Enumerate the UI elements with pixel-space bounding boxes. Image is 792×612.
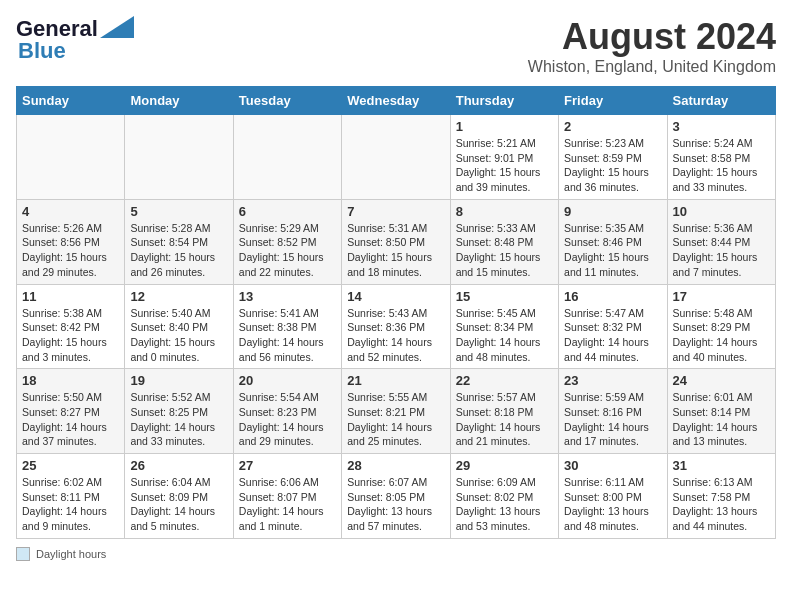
day-number: 12 <box>130 289 227 304</box>
day-number: 21 <box>347 373 444 388</box>
calendar-cell: 30Sunrise: 6:11 AMSunset: 8:00 PMDayligh… <box>559 454 667 539</box>
calendar-cell: 8Sunrise: 5:33 AMSunset: 8:48 PMDaylight… <box>450 199 558 284</box>
day-info: Sunrise: 5:52 AMSunset: 8:25 PMDaylight:… <box>130 390 227 449</box>
location-subtitle: Whiston, England, United Kingdom <box>528 58 776 76</box>
day-info: Sunrise: 5:24 AMSunset: 8:58 PMDaylight:… <box>673 136 770 195</box>
day-number: 13 <box>239 289 336 304</box>
header-sunday: Sunday <box>17 87 125 115</box>
header-saturday: Saturday <box>667 87 775 115</box>
calendar-cell: 20Sunrise: 5:54 AMSunset: 8:23 PMDayligh… <box>233 369 341 454</box>
day-number: 29 <box>456 458 553 473</box>
logo-blue: Blue <box>18 38 66 64</box>
day-number: 18 <box>22 373 119 388</box>
day-number: 9 <box>564 204 661 219</box>
day-info: Sunrise: 5:33 AMSunset: 8:48 PMDaylight:… <box>456 221 553 280</box>
day-number: 17 <box>673 289 770 304</box>
day-info: Sunrise: 5:57 AMSunset: 8:18 PMDaylight:… <box>456 390 553 449</box>
svg-marker-0 <box>100 16 134 38</box>
calendar-cell: 27Sunrise: 6:06 AMSunset: 8:07 PMDayligh… <box>233 454 341 539</box>
day-number: 11 <box>22 289 119 304</box>
day-number: 23 <box>564 373 661 388</box>
calendar-header-row: SundayMondayTuesdayWednesdayThursdayFrid… <box>17 87 776 115</box>
footer: Daylight hours <box>16 547 776 561</box>
day-number: 14 <box>347 289 444 304</box>
calendar-cell: 31Sunrise: 6:13 AMSunset: 7:58 PMDayligh… <box>667 454 775 539</box>
calendar-cell: 5Sunrise: 5:28 AMSunset: 8:54 PMDaylight… <box>125 199 233 284</box>
calendar-cell: 19Sunrise: 5:52 AMSunset: 8:25 PMDayligh… <box>125 369 233 454</box>
daylight-legend-box <box>16 547 30 561</box>
calendar-cell: 11Sunrise: 5:38 AMSunset: 8:42 PMDayligh… <box>17 284 125 369</box>
calendar-week-2: 4Sunrise: 5:26 AMSunset: 8:56 PMDaylight… <box>17 199 776 284</box>
logo-triangle-icon <box>100 16 134 38</box>
day-info: Sunrise: 6:13 AMSunset: 7:58 PMDaylight:… <box>673 475 770 534</box>
day-info: Sunrise: 5:47 AMSunset: 8:32 PMDaylight:… <box>564 306 661 365</box>
calendar-cell: 21Sunrise: 5:55 AMSunset: 8:21 PMDayligh… <box>342 369 450 454</box>
calendar-cell: 2Sunrise: 5:23 AMSunset: 8:59 PMDaylight… <box>559 115 667 200</box>
calendar-cell: 18Sunrise: 5:50 AMSunset: 8:27 PMDayligh… <box>17 369 125 454</box>
calendar-cell: 7Sunrise: 5:31 AMSunset: 8:50 PMDaylight… <box>342 199 450 284</box>
day-info: Sunrise: 5:45 AMSunset: 8:34 PMDaylight:… <box>456 306 553 365</box>
calendar-cell: 23Sunrise: 5:59 AMSunset: 8:16 PMDayligh… <box>559 369 667 454</box>
calendar-cell: 10Sunrise: 5:36 AMSunset: 8:44 PMDayligh… <box>667 199 775 284</box>
day-number: 16 <box>564 289 661 304</box>
header-tuesday: Tuesday <box>233 87 341 115</box>
day-number: 10 <box>673 204 770 219</box>
header-friday: Friday <box>559 87 667 115</box>
day-info: Sunrise: 6:06 AMSunset: 8:07 PMDaylight:… <box>239 475 336 534</box>
day-number: 26 <box>130 458 227 473</box>
calendar-cell: 29Sunrise: 6:09 AMSunset: 8:02 PMDayligh… <box>450 454 558 539</box>
day-info: Sunrise: 5:23 AMSunset: 8:59 PMDaylight:… <box>564 136 661 195</box>
header-monday: Monday <box>125 87 233 115</box>
calendar-cell: 14Sunrise: 5:43 AMSunset: 8:36 PMDayligh… <box>342 284 450 369</box>
day-info: Sunrise: 5:29 AMSunset: 8:52 PMDaylight:… <box>239 221 336 280</box>
day-number: 8 <box>456 204 553 219</box>
calendar-cell: 9Sunrise: 5:35 AMSunset: 8:46 PMDaylight… <box>559 199 667 284</box>
header-wednesday: Wednesday <box>342 87 450 115</box>
calendar-cell: 25Sunrise: 6:02 AMSunset: 8:11 PMDayligh… <box>17 454 125 539</box>
day-number: 7 <box>347 204 444 219</box>
page-header: General Blue August 2024 Whiston, Englan… <box>16 16 776 76</box>
calendar-week-4: 18Sunrise: 5:50 AMSunset: 8:27 PMDayligh… <box>17 369 776 454</box>
day-number: 6 <box>239 204 336 219</box>
calendar-week-3: 11Sunrise: 5:38 AMSunset: 8:42 PMDayligh… <box>17 284 776 369</box>
calendar-cell: 24Sunrise: 6:01 AMSunset: 8:14 PMDayligh… <box>667 369 775 454</box>
calendar-cell: 13Sunrise: 5:41 AMSunset: 8:38 PMDayligh… <box>233 284 341 369</box>
calendar-cell <box>342 115 450 200</box>
day-number: 28 <box>347 458 444 473</box>
day-info: Sunrise: 5:28 AMSunset: 8:54 PMDaylight:… <box>130 221 227 280</box>
day-number: 2 <box>564 119 661 134</box>
day-number: 20 <box>239 373 336 388</box>
day-number: 3 <box>673 119 770 134</box>
day-number: 31 <box>673 458 770 473</box>
month-title: August 2024 <box>528 16 776 58</box>
calendar-cell: 12Sunrise: 5:40 AMSunset: 8:40 PMDayligh… <box>125 284 233 369</box>
calendar-cell: 26Sunrise: 6:04 AMSunset: 8:09 PMDayligh… <box>125 454 233 539</box>
day-number: 4 <box>22 204 119 219</box>
day-info: Sunrise: 5:55 AMSunset: 8:21 PMDaylight:… <box>347 390 444 449</box>
calendar-cell <box>17 115 125 200</box>
calendar-cell: 22Sunrise: 5:57 AMSunset: 8:18 PMDayligh… <box>450 369 558 454</box>
day-info: Sunrise: 6:02 AMSunset: 8:11 PMDaylight:… <box>22 475 119 534</box>
calendar-cell: 3Sunrise: 5:24 AMSunset: 8:58 PMDaylight… <box>667 115 775 200</box>
day-number: 27 <box>239 458 336 473</box>
day-info: Sunrise: 6:07 AMSunset: 8:05 PMDaylight:… <box>347 475 444 534</box>
day-number: 30 <box>564 458 661 473</box>
logo: General Blue <box>16 16 134 64</box>
calendar-cell: 6Sunrise: 5:29 AMSunset: 8:52 PMDaylight… <box>233 199 341 284</box>
day-number: 15 <box>456 289 553 304</box>
calendar-cell <box>233 115 341 200</box>
day-number: 5 <box>130 204 227 219</box>
day-info: Sunrise: 5:31 AMSunset: 8:50 PMDaylight:… <box>347 221 444 280</box>
day-info: Sunrise: 5:48 AMSunset: 8:29 PMDaylight:… <box>673 306 770 365</box>
day-info: Sunrise: 5:35 AMSunset: 8:46 PMDaylight:… <box>564 221 661 280</box>
day-info: Sunrise: 5:38 AMSunset: 8:42 PMDaylight:… <box>22 306 119 365</box>
day-info: Sunrise: 6:11 AMSunset: 8:00 PMDaylight:… <box>564 475 661 534</box>
day-number: 19 <box>130 373 227 388</box>
day-info: Sunrise: 5:21 AMSunset: 9:01 PMDaylight:… <box>456 136 553 195</box>
calendar-cell: 17Sunrise: 5:48 AMSunset: 8:29 PMDayligh… <box>667 284 775 369</box>
day-info: Sunrise: 5:50 AMSunset: 8:27 PMDaylight:… <box>22 390 119 449</box>
calendar-cell: 16Sunrise: 5:47 AMSunset: 8:32 PMDayligh… <box>559 284 667 369</box>
daylight-label: Daylight hours <box>36 548 106 560</box>
calendar-cell: 15Sunrise: 5:45 AMSunset: 8:34 PMDayligh… <box>450 284 558 369</box>
day-info: Sunrise: 6:04 AMSunset: 8:09 PMDaylight:… <box>130 475 227 534</box>
